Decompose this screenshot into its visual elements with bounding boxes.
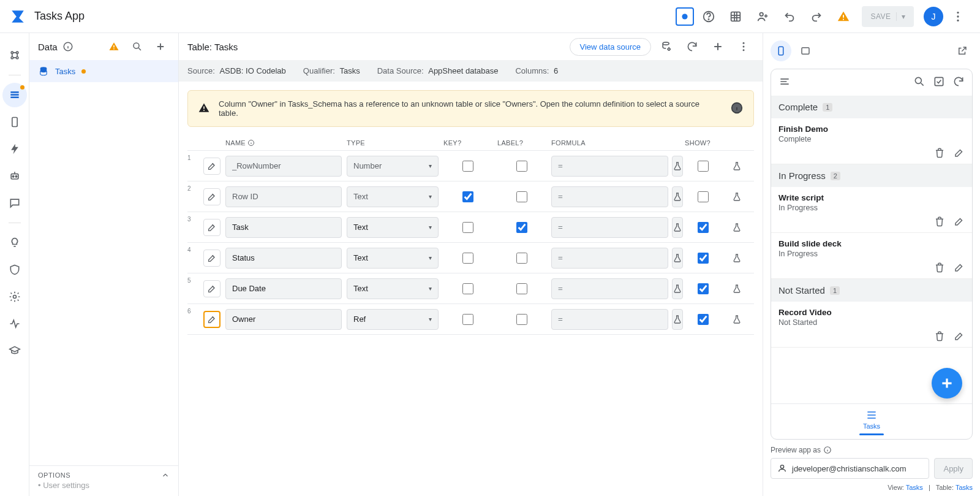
show-checkbox[interactable] bbox=[698, 314, 709, 325]
column-name-input[interactable] bbox=[225, 156, 342, 177]
table-more-button[interactable] bbox=[733, 36, 754, 57]
more-menu-button[interactable] bbox=[946, 4, 970, 29]
rail-actions[interactable] bbox=[2, 137, 27, 161]
formula-input[interactable] bbox=[551, 278, 668, 299]
preview-email-select[interactable]: jdeveloper@christianschalk.com bbox=[771, 458, 929, 479]
show-flask-button[interactable] bbox=[726, 217, 747, 238]
formula-flask-button[interactable] bbox=[672, 309, 683, 330]
show-checkbox[interactable] bbox=[698, 222, 709, 233]
key-checkbox[interactable] bbox=[462, 253, 473, 264]
data-warning-button[interactable] bbox=[105, 37, 123, 56]
footer-view-link[interactable]: Tasks bbox=[906, 484, 923, 491]
key-checkbox[interactable] bbox=[462, 191, 473, 202]
warning-info-button[interactable] bbox=[730, 101, 744, 116]
show-flask-button[interactable] bbox=[726, 309, 747, 330]
phone-nav-tasks[interactable]: Tasks bbox=[771, 403, 972, 439]
task-card[interactable]: Record Video Not Started bbox=[771, 302, 972, 348]
share-button[interactable] bbox=[750, 4, 775, 29]
show-checkbox[interactable] bbox=[698, 283, 709, 294]
column-name-input[interactable] bbox=[225, 309, 342, 330]
rail-data[interactable] bbox=[2, 83, 27, 107]
redo-button[interactable] bbox=[804, 4, 829, 29]
formula-input[interactable] bbox=[551, 217, 668, 238]
column-type-select[interactable]: Text▾ bbox=[347, 217, 439, 238]
show-checkbox[interactable] bbox=[698, 161, 709, 172]
grid-button[interactable] bbox=[723, 4, 748, 29]
hamburger-icon[interactable] bbox=[778, 75, 791, 90]
warnings-button[interactable] bbox=[831, 4, 856, 29]
phone-preview-button[interactable] bbox=[771, 40, 791, 61]
rail-views[interactable] bbox=[2, 110, 27, 134]
label-checkbox[interactable] bbox=[516, 161, 527, 172]
label-checkbox[interactable] bbox=[516, 191, 527, 202]
group-header[interactable]: In Progress2 bbox=[771, 164, 972, 187]
column-name-input[interactable] bbox=[225, 217, 342, 238]
regenerate-button[interactable] bbox=[682, 36, 703, 57]
rail-home[interactable] bbox=[2, 43, 27, 67]
edit-icon[interactable] bbox=[954, 147, 965, 160]
formula-flask-button[interactable] bbox=[672, 186, 683, 207]
formula-flask-button[interactable] bbox=[672, 278, 683, 299]
formula-input[interactable] bbox=[551, 248, 668, 269]
add-table-button[interactable] bbox=[151, 37, 170, 56]
edit-column-button[interactable] bbox=[203, 188, 221, 205]
tablet-preview-button[interactable] bbox=[795, 40, 816, 61]
options-toggle[interactable]: Options bbox=[29, 465, 178, 481]
open-in-new-button[interactable] bbox=[952, 40, 973, 61]
footer-table-link[interactable]: Tasks bbox=[956, 484, 973, 491]
rail-chat[interactable] bbox=[2, 191, 27, 215]
edit-column-button[interactable] bbox=[203, 311, 221, 328]
edit-icon[interactable] bbox=[954, 330, 965, 343]
rail-security[interactable] bbox=[2, 258, 27, 282]
help-button[interactable] bbox=[696, 4, 721, 29]
label-checkbox[interactable] bbox=[516, 314, 527, 325]
task-card[interactable]: Build slide deck In Progress bbox=[771, 233, 972, 279]
select-icon[interactable] bbox=[933, 75, 945, 90]
edit-icon[interactable] bbox=[954, 216, 965, 229]
show-flask-button[interactable] bbox=[726, 248, 747, 269]
user-settings-item[interactable]: • User settings bbox=[29, 481, 178, 496]
rail-monitor[interactable] bbox=[2, 311, 27, 336]
show-flask-button[interactable] bbox=[726, 278, 747, 299]
formula-input[interactable] bbox=[551, 186, 668, 207]
formula-flask-button[interactable] bbox=[672, 248, 683, 269]
label-checkbox[interactable] bbox=[516, 283, 527, 294]
edit-column-button[interactable] bbox=[203, 280, 221, 297]
group-header[interactable]: Complete1 bbox=[771, 96, 972, 118]
key-checkbox[interactable] bbox=[462, 161, 473, 172]
key-checkbox[interactable] bbox=[462, 222, 473, 233]
rail-automation[interactable] bbox=[2, 164, 27, 188]
delete-icon[interactable] bbox=[934, 216, 945, 229]
delete-icon[interactable] bbox=[934, 147, 945, 160]
search-tables-button[interactable] bbox=[128, 37, 146, 56]
edit-column-button[interactable] bbox=[203, 219, 221, 236]
task-card[interactable]: Write script In Progress bbox=[771, 187, 972, 233]
undo-button[interactable] bbox=[777, 4, 802, 29]
column-type-select[interactable]: Text▾ bbox=[347, 278, 439, 299]
formula-input[interactable] bbox=[551, 309, 668, 330]
formula-flask-button[interactable] bbox=[672, 217, 683, 238]
rail-intelligence[interactable] bbox=[2, 231, 27, 255]
column-name-input[interactable] bbox=[225, 278, 342, 299]
rail-learn[interactable] bbox=[2, 338, 27, 363]
show-checkbox[interactable] bbox=[698, 253, 709, 264]
task-card[interactable]: Finish Demo Complete bbox=[771, 118, 972, 164]
view-data-source-button[interactable]: View data source bbox=[570, 38, 652, 56]
search-icon[interactable] bbox=[913, 75, 925, 90]
edit-column-button[interactable] bbox=[203, 250, 221, 267]
table-settings-button[interactable] bbox=[656, 36, 677, 57]
refresh-icon[interactable] bbox=[952, 75, 965, 90]
formula-input[interactable] bbox=[551, 156, 668, 177]
edit-column-button[interactable] bbox=[203, 158, 221, 175]
add-column-button[interactable] bbox=[707, 36, 728, 57]
column-name-input[interactable] bbox=[225, 248, 342, 269]
show-flask-button[interactable] bbox=[726, 156, 747, 177]
user-avatar[interactable]: J bbox=[924, 7, 943, 26]
column-type-select[interactable]: Ref▾ bbox=[347, 309, 439, 330]
delete-icon[interactable] bbox=[934, 330, 945, 343]
column-type-select[interactable]: Text▾ bbox=[347, 248, 439, 269]
key-checkbox[interactable] bbox=[462, 283, 473, 294]
column-name-input[interactable] bbox=[225, 186, 342, 207]
table-item-tasks[interactable]: Tasks bbox=[29, 60, 178, 82]
label-checkbox[interactable] bbox=[516, 222, 527, 233]
